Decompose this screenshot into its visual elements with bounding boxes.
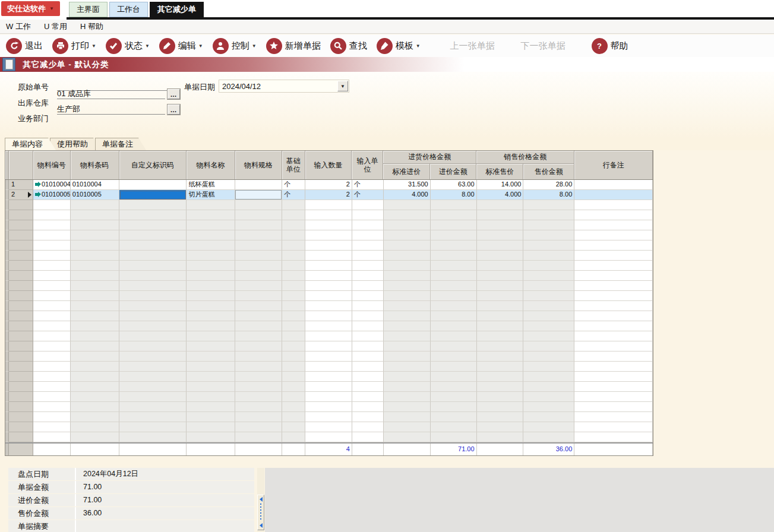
- column-header-unit[interactable]: 基础 单位: [282, 151, 305, 179]
- cell-custom[interactable]: [119, 341, 187, 352]
- print-button[interactable]: 打印▼: [52, 38, 96, 54]
- cell-stdsale[interactable]: [477, 432, 524, 442]
- cell-stdsale[interactable]: [477, 392, 524, 402]
- column-header-remark[interactable]: 行备注: [574, 151, 653, 179]
- cell-stdsale[interactable]: [477, 200, 524, 210]
- cell-name[interactable]: [187, 382, 235, 392]
- cell-qty[interactable]: [305, 392, 352, 402]
- cell-saleamt[interactable]: [523, 362, 574, 372]
- column-header-custom[interactable]: 自定义标识码: [119, 151, 187, 179]
- cell-num[interactable]: 1: [9, 180, 33, 190]
- cell-stdcost[interactable]: [384, 341, 431, 352]
- cell-name[interactable]: 切片蛋糕: [187, 190, 235, 200]
- cell-spec[interactable]: [235, 352, 282, 362]
- cell-custom[interactable]: [119, 432, 187, 442]
- cell-remark[interactable]: [574, 210, 653, 220]
- cell-stdsale[interactable]: [477, 362, 524, 372]
- cell-stdsale[interactable]: [477, 251, 524, 261]
- cell-unit[interactable]: [282, 362, 305, 372]
- cell-costamt[interactable]: [431, 402, 477, 412]
- main-tab-home[interactable]: 主界面: [69, 2, 108, 17]
- department-lookup-button[interactable]: …: [168, 104, 180, 115]
- cell-costamt[interactable]: [431, 331, 477, 341]
- cell-num[interactable]: [9, 392, 33, 402]
- cell-spec[interactable]: [235, 422, 282, 432]
- cell-inunit[interactable]: [352, 311, 384, 321]
- cell-barcode[interactable]: [71, 240, 119, 251]
- cell-unit[interactable]: [282, 240, 305, 251]
- cell-name[interactable]: [187, 331, 235, 341]
- cell-custom[interactable]: [119, 352, 187, 362]
- cell-name[interactable]: [187, 261, 235, 271]
- cell-custom[interactable]: [119, 372, 187, 382]
- cell-barcode[interactable]: [71, 432, 119, 442]
- cell-qty[interactable]: [305, 301, 352, 311]
- cell-unit[interactable]: [282, 412, 305, 422]
- cell-custom[interactable]: [119, 321, 187, 331]
- cell-spec[interactable]: [235, 271, 282, 281]
- cell-stdsale[interactable]: [477, 331, 524, 341]
- cell-num[interactable]: [9, 291, 33, 301]
- cell-stdsale[interactable]: [477, 422, 524, 432]
- cell-code[interactable]: [33, 301, 71, 311]
- cell-code[interactable]: 01010004: [33, 180, 71, 190]
- cell-qty[interactable]: [305, 220, 352, 230]
- cell-costamt[interactable]: [431, 291, 477, 301]
- column-group-header[interactable]: 进货价格金额: [383, 151, 476, 164]
- cell-unit[interactable]: [282, 220, 305, 230]
- cell-unit[interactable]: 个: [282, 190, 305, 200]
- cell-num[interactable]: [9, 261, 33, 271]
- cell-custom[interactable]: [119, 230, 187, 240]
- cell-barcode[interactable]: [71, 230, 119, 240]
- cell-remark[interactable]: [574, 311, 653, 321]
- combo-dropdown-button[interactable]: ▼: [337, 81, 348, 91]
- cell-unit[interactable]: [282, 341, 305, 352]
- cell-unit[interactable]: [282, 210, 305, 220]
- cell-remark[interactable]: [574, 301, 653, 311]
- cell-saleamt[interactable]: [523, 422, 574, 432]
- cell-code[interactable]: [33, 422, 71, 432]
- cell-stdsale[interactable]: [477, 301, 524, 311]
- cell-code[interactable]: [33, 392, 71, 402]
- menu-item-common[interactable]: U 常用: [44, 21, 67, 32]
- cell-saleamt[interactable]: [523, 311, 574, 321]
- cell-qty[interactable]: [305, 251, 352, 261]
- cell-num[interactable]: [9, 402, 33, 412]
- menu-item-help[interactable]: H 帮助: [80, 21, 103, 32]
- cell-name[interactable]: [187, 372, 235, 382]
- cell-stdcost[interactable]: [384, 372, 431, 382]
- cell-code[interactable]: [33, 341, 71, 352]
- cell-spec[interactable]: [235, 240, 282, 251]
- cell-name[interactable]: [187, 271, 235, 281]
- cell-costamt[interactable]: [431, 261, 477, 271]
- cell-saleamt[interactable]: [523, 321, 574, 331]
- cell-remark[interactable]: [574, 382, 653, 392]
- cell-saleamt[interactable]: 28.00: [523, 180, 574, 190]
- cell-spec[interactable]: [235, 180, 282, 190]
- cell-remark[interactable]: [574, 412, 653, 422]
- cell-inunit[interactable]: [352, 422, 384, 432]
- cell-saleamt[interactable]: [523, 271, 574, 281]
- cell-num[interactable]: [9, 240, 33, 251]
- status-button[interactable]: 状态▼: [106, 38, 150, 54]
- cell-remark[interactable]: [574, 271, 653, 281]
- cell-custom[interactable]: [119, 331, 187, 341]
- cell-name[interactable]: [187, 362, 235, 372]
- cell-code[interactable]: [33, 220, 71, 230]
- cell-name[interactable]: [187, 210, 235, 220]
- cell-barcode[interactable]: [71, 422, 119, 432]
- warehouse-field[interactable]: 01 成品库: [57, 88, 165, 99]
- cell-code[interactable]: [33, 271, 71, 281]
- column-header-spec[interactable]: 物料规格: [235, 151, 282, 179]
- cell-name[interactable]: [187, 422, 235, 432]
- cell-remark[interactable]: [574, 261, 653, 271]
- cell-costamt[interactable]: [431, 210, 477, 220]
- cell-barcode[interactable]: [71, 362, 119, 372]
- cell-stdcost[interactable]: [384, 352, 431, 362]
- cell-code[interactable]: [33, 291, 71, 301]
- cell-stdcost[interactable]: [384, 200, 431, 210]
- cell-remark[interactable]: [574, 220, 653, 230]
- cell-inunit[interactable]: [352, 240, 384, 251]
- cell-qty[interactable]: [305, 271, 352, 281]
- cell-saleamt[interactable]: [523, 402, 574, 412]
